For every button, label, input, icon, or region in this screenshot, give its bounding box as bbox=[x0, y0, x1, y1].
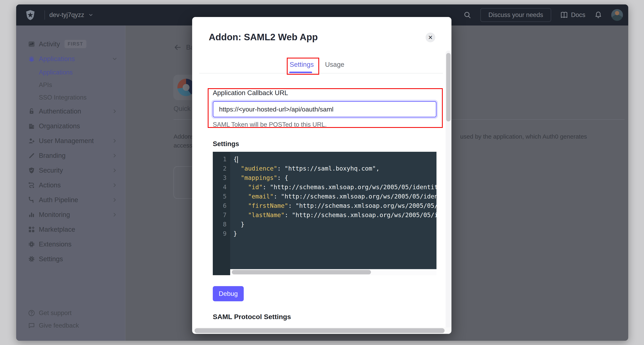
tab-usage[interactable]: Usage bbox=[325, 61, 344, 68]
callback-url-input[interactable] bbox=[213, 101, 436, 117]
code-line: "audience": "https://saml.boxyhq.com", bbox=[234, 164, 436, 173]
tabs-divider bbox=[199, 73, 443, 74]
screenshot-stage: dev-tyj7qyzz Discuss your needs Docs Act… bbox=[0, 0, 644, 345]
line-number: 9 bbox=[213, 229, 230, 238]
line-number: 7 bbox=[213, 210, 230, 220]
annotation-box-settings-tab bbox=[287, 58, 319, 75]
line-number: 6 bbox=[213, 201, 230, 210]
editor-horizontal-scrollbar[interactable] bbox=[230, 269, 436, 275]
line-number: 8 bbox=[213, 220, 230, 229]
code-line: } bbox=[234, 220, 436, 229]
line-number: 1 bbox=[213, 155, 230, 164]
editor-code: { "audience": "https://saml.boxyhq.com",… bbox=[230, 152, 436, 269]
code-line: "mappings": { bbox=[234, 173, 436, 183]
line-number: 5 bbox=[213, 192, 230, 201]
code-line: "id": "http://schemas.xmlsoap.org/ws/200… bbox=[234, 183, 436, 192]
modal-hscroll-thumb[interactable] bbox=[194, 328, 444, 333]
modal-vertical-scrollbar[interactable] bbox=[446, 51, 451, 334]
modal-vscroll-thumb[interactable] bbox=[446, 53, 451, 121]
saml-protocol-settings-label: SAML Protocol Settings bbox=[213, 313, 291, 321]
modal-horizontal-scrollbar[interactable] bbox=[192, 327, 451, 333]
settings-json-editor[interactable]: 123456789 { "audience": "https://saml.bo… bbox=[213, 152, 436, 275]
code-line: "lastName": "http://schemas.xmlsoap.org/… bbox=[234, 210, 436, 220]
callback-url-label: Application Callback URL bbox=[213, 89, 288, 97]
code-line: { bbox=[234, 155, 436, 164]
line-number: 2 bbox=[213, 164, 230, 173]
debug-button[interactable]: Debug bbox=[213, 286, 244, 301]
editor-hscroll-thumb[interactable] bbox=[232, 270, 371, 274]
code-line: "email": "http://schemas.xmlsoap.org/ws/… bbox=[234, 192, 436, 201]
settings-section-label: Settings bbox=[213, 140, 239, 148]
editor-gutter: 123456789 bbox=[213, 152, 230, 275]
app-window: dev-tyj7qyzz Discuss your needs Docs Act… bbox=[16, 5, 628, 341]
line-number: 3 bbox=[213, 173, 230, 183]
text-cursor bbox=[237, 156, 238, 163]
code-line: } bbox=[234, 229, 436, 238]
modal-title: Addon: SAML2 Web App bbox=[209, 32, 318, 43]
close-icon[interactable]: ✕ bbox=[426, 33, 435, 42]
line-number: 4 bbox=[213, 183, 230, 192]
callback-helper-text: SAML Token will be POSTed to this URL. bbox=[213, 121, 327, 128]
code-line: "firstName": "http://schemas.xmlsoap.org… bbox=[234, 201, 436, 210]
saml2-addon-modal: Addon: SAML2 Web App ✕ Settings Usage Ap… bbox=[192, 17, 452, 334]
